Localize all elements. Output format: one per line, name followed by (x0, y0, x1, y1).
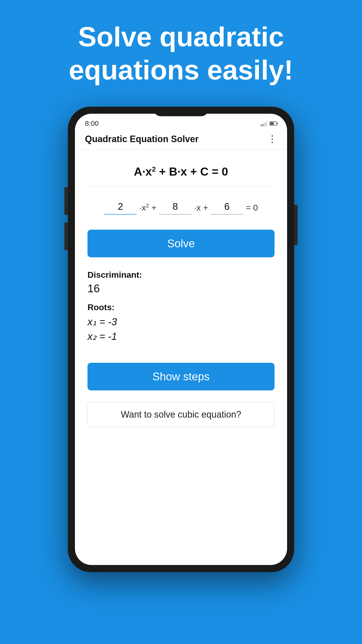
battery-icon (269, 122, 277, 126)
hero-title: Solve quadratic equations easily! (0, 20, 362, 87)
results-section: Discriminant: 16 Roots: x₁ = -3 x₂ = -1 (87, 265, 275, 350)
phone-mockup: 8:00 Quadratic Equation Solver ⋮ (68, 107, 294, 572)
roots-label: Roots: (87, 302, 275, 312)
menu-button[interactable]: ⋮ (267, 134, 277, 144)
equation-input-row: ·x2 + ·x + = 0 (87, 194, 275, 222)
a-label: ·x2 + (139, 203, 156, 215)
discriminant-label: Discriminant: (87, 270, 275, 280)
volume-down-button (64, 222, 68, 250)
root1-value: x₁ = -3 (87, 316, 275, 328)
status-time: 8:00 (85, 119, 99, 128)
phone-frame: 8:00 Quadratic Equation Solver ⋮ (68, 107, 294, 572)
show-steps-button[interactable]: Show steps (87, 363, 275, 390)
b-label: ·x + (194, 203, 208, 215)
coefficient-a-input[interactable] (104, 201, 137, 215)
volume-up-button (64, 187, 68, 215)
app-bar: Quadratic Equation Solver ⋮ (75, 129, 287, 150)
coefficient-c-input[interactable] (211, 201, 243, 215)
main-content: A·x2 + B·x + C = 0 ·x2 + ·x + = 0 Solve … (75, 150, 287, 565)
solve-button[interactable]: Solve (87, 230, 275, 257)
c-label: = 0 (246, 203, 258, 215)
phone-screen: 8:00 Quadratic Equation Solver ⋮ (75, 114, 287, 565)
app-title: Quadratic Equation Solver (85, 134, 199, 144)
root2-value: x₂ = -1 (87, 331, 275, 342)
formula-display: A·x2 + B·x + C = 0 (87, 160, 275, 186)
signal-icon (260, 121, 267, 126)
phone-notch (153, 107, 209, 116)
discriminant-value: 16 (87, 282, 275, 295)
power-button (294, 205, 298, 245)
coefficient-b-input[interactable] (159, 201, 192, 215)
status-icons (260, 121, 277, 126)
cubic-equation-button[interactable]: Want to solve cubic equation? (87, 402, 275, 427)
